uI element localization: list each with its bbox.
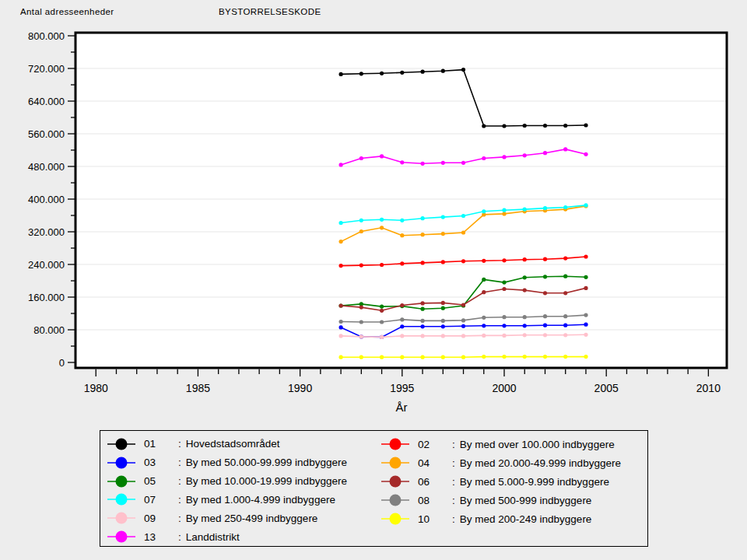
data-point-03 [523,324,527,327]
data-point-01 [523,124,527,128]
data-point-06 [543,291,547,295]
data-point-09 [380,335,384,339]
y-tick-label: 0 [59,357,65,369]
x-tick-label: 2010 [696,382,721,394]
data-point-07 [523,208,527,212]
data-point-01 [563,124,567,128]
legend-separator: : [452,457,455,469]
data-point-08 [359,320,363,324]
y-tick-label: 560.000 [28,128,65,140]
legend-marker-icon [107,474,136,488]
data-point-08 [584,313,587,317]
data-point-05 [502,281,506,285]
data-point-01 [482,124,486,128]
legend-item-02: 02:By med over 100.000 indbyggere [374,435,647,453]
data-point-13 [400,160,404,164]
legend-marker-icon [107,437,136,451]
data-point-02 [359,264,363,268]
data-point-02 [523,257,527,261]
legend-item-10: 10:By med 200-249 indbyggere [374,509,647,528]
x-tick-label: 1985 [186,382,210,394]
legend-column-right: 02:By med over 100.000 indbyggere04:By m… [374,435,647,546]
data-point-07 [461,214,465,218]
data-point-03 [441,324,445,328]
data-point-06 [339,303,343,307]
data-point-09 [441,334,445,338]
data-point-03 [563,324,567,327]
data-point-10 [584,355,587,359]
data-point-07 [400,219,404,222]
data-point-08 [502,315,506,319]
data-point-05 [523,275,527,279]
x-tick-label: 2000 [492,382,516,394]
data-point-07 [563,205,567,209]
data-point-04 [502,212,506,215]
data-point-13 [482,156,486,160]
data-point-07 [584,203,587,207]
data-point-13 [339,163,343,166]
data-point-01 [584,123,587,127]
legend-marker-icon [381,474,410,488]
legend-label: By med 250-499 indbyggere [186,513,318,524]
legend-item-05: 05:By med 10.000-19.999 indbyggere [100,472,374,491]
legend-code: 13 [144,531,178,543]
data-point-13 [543,151,547,155]
y-tick-label: 400.000 [28,194,65,205]
data-point-08 [482,316,486,320]
data-point-13 [502,155,506,159]
data-point-02 [502,258,506,262]
data-point-03 [421,324,425,328]
data-point-09 [523,333,527,337]
x-tick-label: 1995 [390,382,414,394]
data-point-09 [543,333,547,337]
data-point-03 [482,324,486,327]
data-point-10 [421,355,425,359]
legend-code: 05 [144,475,178,487]
data-point-07 [421,216,425,220]
data-point-10 [400,355,404,359]
legend-item-06: 06:By med 5.000-9.999 indbyggere [374,472,647,491]
data-point-01 [543,124,547,128]
data-point-13 [441,161,445,165]
plot-area: 080.000160.000240.000320.000400.000480.0… [0,0,747,424]
data-point-08 [543,314,547,318]
data-point-02 [563,257,567,261]
x-tick-label: 1990 [288,382,312,394]
legend-label: By med 20.000-49.999 indbyggere [460,457,621,469]
data-point-02 [543,257,547,261]
data-point-09 [359,334,363,338]
legend-separator: : [452,495,455,506]
data-point-10 [543,355,547,359]
data-point-06 [461,303,465,306]
legend-code: 10 [418,513,452,525]
data-point-05 [543,275,547,278]
y-tick-label: 80.000 [33,324,65,336]
data-point-07 [380,218,384,222]
legend-code: 07 [144,494,178,506]
data-point-13 [380,154,384,158]
legend-label: By med 200-249 indbyggere [460,513,592,525]
data-point-06 [523,289,527,292]
data-point-10 [563,355,567,359]
data-point-06 [441,301,445,305]
data-point-09 [400,334,404,338]
data-point-08 [421,319,425,323]
data-point-10 [523,355,527,359]
data-point-07 [543,206,547,210]
data-point-10 [359,355,363,359]
data-point-07 [359,219,363,222]
legend-separator: : [178,457,181,468]
data-point-01 [421,70,425,74]
data-point-10 [380,355,384,359]
legend-code: 02 [418,439,452,450]
data-point-05 [441,306,445,310]
data-point-04 [380,226,384,229]
data-point-07 [339,221,343,225]
legend-code: 03 [144,457,178,468]
legend-item-13: 13:Landdistrikt [100,527,374,546]
data-point-06 [400,303,404,307]
data-point-03 [502,324,506,327]
data-point-02 [380,263,384,267]
data-point-09 [339,334,343,338]
data-point-05 [380,305,384,309]
